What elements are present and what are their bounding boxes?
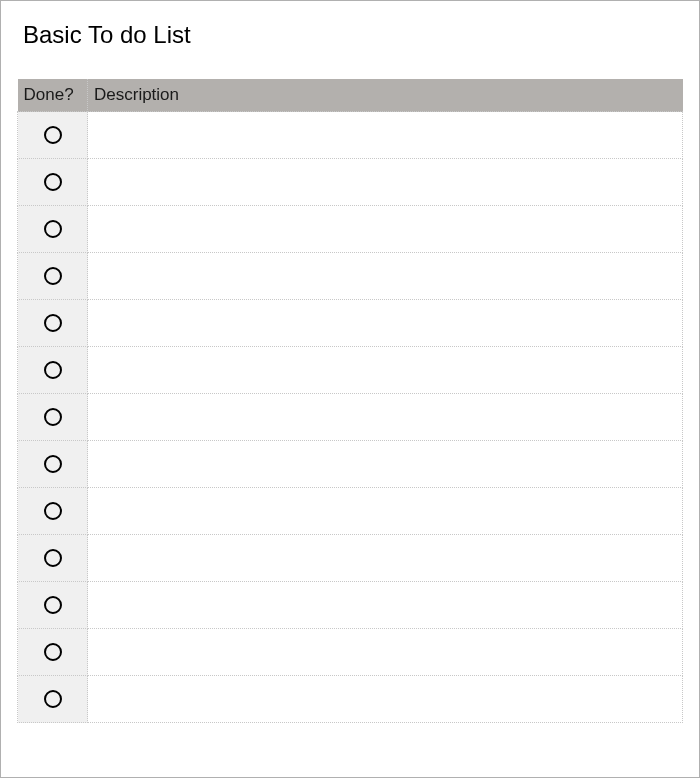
description-cell [88, 676, 683, 723]
description-input[interactable] [88, 455, 682, 473]
description-cell [88, 112, 683, 159]
done-cell[interactable] [18, 206, 88, 253]
done-cell[interactable] [18, 582, 88, 629]
circle-icon [44, 502, 62, 520]
table-row [18, 488, 683, 535]
description-cell [88, 206, 683, 253]
column-header-done: Done? [18, 79, 88, 112]
description-input[interactable] [88, 643, 682, 661]
circle-icon [44, 220, 62, 238]
description-input[interactable] [88, 596, 682, 614]
done-cell[interactable] [18, 394, 88, 441]
circle-icon [44, 690, 62, 708]
done-cell[interactable] [18, 629, 88, 676]
circle-icon [44, 126, 62, 144]
done-cell[interactable] [18, 300, 88, 347]
description-cell [88, 253, 683, 300]
description-cell [88, 347, 683, 394]
table-row [18, 206, 683, 253]
description-cell [88, 159, 683, 206]
circle-icon [44, 267, 62, 285]
circle-icon [44, 549, 62, 567]
done-cell[interactable] [18, 253, 88, 300]
done-cell[interactable] [18, 347, 88, 394]
circle-icon [44, 408, 62, 426]
table-row [18, 676, 683, 723]
column-header-description: Description [88, 79, 683, 112]
description-input[interactable] [88, 126, 682, 144]
table-row [18, 582, 683, 629]
circle-icon [44, 455, 62, 473]
circle-icon [44, 596, 62, 614]
done-cell[interactable] [18, 112, 88, 159]
todo-table: Done? Description [17, 79, 683, 723]
description-cell [88, 300, 683, 347]
description-cell [88, 441, 683, 488]
description-cell [88, 582, 683, 629]
description-input[interactable] [88, 173, 682, 191]
table-row [18, 253, 683, 300]
table-row [18, 441, 683, 488]
todo-list-container: Basic To do List Done? Description [0, 0, 700, 778]
table-row [18, 394, 683, 441]
table-row [18, 629, 683, 676]
table-header-row: Done? Description [18, 79, 683, 112]
table-row [18, 112, 683, 159]
circle-icon [44, 173, 62, 191]
circle-icon [44, 314, 62, 332]
description-input[interactable] [88, 408, 682, 426]
description-input[interactable] [88, 314, 682, 332]
done-cell[interactable] [18, 676, 88, 723]
description-cell [88, 488, 683, 535]
description-input[interactable] [88, 361, 682, 379]
table-row [18, 300, 683, 347]
done-cell[interactable] [18, 535, 88, 582]
description-input[interactable] [88, 220, 682, 238]
table-row [18, 159, 683, 206]
description-input[interactable] [88, 690, 682, 708]
description-input[interactable] [88, 502, 682, 520]
done-cell[interactable] [18, 159, 88, 206]
table-row [18, 535, 683, 582]
description-input[interactable] [88, 549, 682, 567]
done-cell[interactable] [18, 488, 88, 535]
circle-icon [44, 643, 62, 661]
page-title: Basic To do List [17, 21, 683, 49]
description-input[interactable] [88, 267, 682, 285]
description-cell [88, 535, 683, 582]
table-row [18, 347, 683, 394]
circle-icon [44, 361, 62, 379]
description-cell [88, 629, 683, 676]
done-cell[interactable] [18, 441, 88, 488]
description-cell [88, 394, 683, 441]
